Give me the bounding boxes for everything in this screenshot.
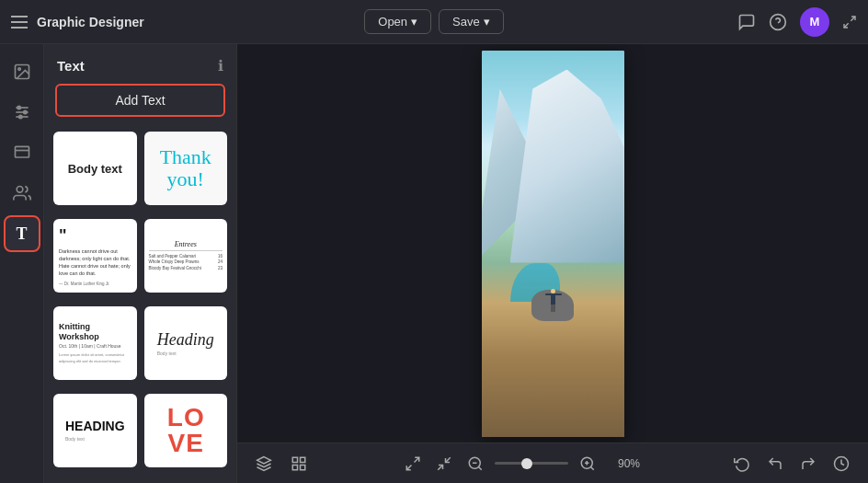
mountain-right: [510, 70, 624, 263]
template-quote[interactable]: " Darkness cannot drive out darkness; on…: [53, 219, 137, 293]
svg-line-2: [851, 17, 855, 21]
svg-line-28: [590, 466, 593, 469]
canvas-workspace[interactable]: [237, 44, 868, 443]
svg-rect-18: [301, 465, 305, 469]
save-chevron-icon: ▾: [484, 15, 490, 29]
adjustments-icon: [13, 103, 31, 121]
history-button[interactable]: [829, 452, 853, 476]
expand-icon: [842, 15, 857, 29]
svg-line-22: [438, 465, 442, 469]
chat-icon: [737, 13, 756, 31]
app-title: Graphic Designer: [37, 15, 144, 29]
undo-button[interactable]: [763, 452, 787, 476]
svg-point-9: [17, 106, 20, 109]
help-icon-button[interactable]: [769, 13, 787, 31]
zoom-out-icon: [467, 455, 484, 472]
mountains-layer: [482, 70, 624, 263]
svg-point-10: [23, 110, 26, 113]
zoom-out-button[interactable]: [463, 452, 487, 476]
quote-content: " Darkness cannot drive out darkness; on…: [53, 221, 137, 292]
panel-header: Text ℹ: [44, 44, 236, 84]
topbar-right: M: [504, 7, 857, 37]
text-panel: Text ℹ Add Text Body text Thankyou! " Da…: [44, 44, 237, 483]
layers-icon: [13, 144, 31, 162]
svg-point-14: [17, 187, 23, 193]
image-icon: [13, 63, 31, 81]
people-icon: [13, 184, 31, 202]
sidebar-item-text[interactable]: T: [4, 215, 40, 252]
reset-icon: [734, 455, 750, 472]
toolbar-center-group: 90%: [401, 452, 640, 476]
thank-you-label: Thankyou!: [160, 146, 211, 190]
open-chevron-icon: ▾: [411, 15, 417, 29]
template-thank-you[interactable]: Thankyou!: [144, 132, 228, 205]
heading-italic-content: Heading Body text: [152, 326, 220, 362]
zoom-label: 90%: [607, 457, 640, 470]
panel-title: Text: [57, 58, 85, 74]
zoom-in-button[interactable]: [576, 452, 600, 476]
layers-toggle-button[interactable]: [252, 452, 276, 476]
toolbar-right-group: [730, 452, 853, 476]
sidebar-item-people[interactable]: [4, 175, 40, 212]
save-label: Save: [452, 15, 480, 29]
menu-button[interactable]: [11, 16, 28, 29]
svg-line-21: [406, 465, 411, 469]
hamburger-icon: [11, 16, 28, 29]
template-heading-caps[interactable]: HEADING Body text: [53, 394, 137, 467]
undo-icon: [767, 455, 783, 472]
zoom-slider[interactable]: [495, 462, 568, 465]
entrees-content: Entrees Salt and Pepper Calamari16 Whole…: [144, 236, 228, 277]
grid-toggle-button[interactable]: [287, 452, 311, 476]
svg-rect-12: [15, 146, 29, 157]
open-button[interactable]: Open ▾: [364, 9, 431, 34]
topbar: Graphic Designer Open ▾ Save ▾ M: [0, 0, 868, 44]
layers-stack-icon: [256, 455, 272, 472]
template-body-text[interactable]: Body text: [53, 132, 137, 205]
knitting-content: KnittingWorkshop Oct. 10th | 10am | Craf…: [53, 316, 137, 370]
info-icon[interactable]: ℹ: [218, 57, 223, 75]
canvas-area: 90%: [237, 44, 868, 483]
template-knitting[interactable]: KnittingWorkshop Oct. 10th | 10am | Craf…: [53, 306, 137, 380]
person-body: [551, 293, 555, 305]
svg-marker-15: [257, 456, 271, 464]
shrink-button[interactable]: [432, 452, 456, 476]
template-entrees[interactable]: Entrees Salt and Pepper Calamari16 Whole…: [144, 219, 228, 293]
bottom-toolbar: 90%: [237, 443, 868, 483]
zoom-in-icon: [579, 455, 596, 472]
love-content: L O V E: [167, 405, 204, 456]
topbar-left: Graphic Designer: [11, 15, 364, 29]
person: [550, 289, 557, 309]
open-label: Open: [378, 15, 407, 29]
redo-button[interactable]: [796, 452, 820, 476]
save-button[interactable]: Save ▾: [439, 9, 504, 34]
fit-screen-button[interactable]: [401, 452, 425, 476]
grid-icon: [291, 455, 307, 472]
svg-rect-19: [292, 465, 297, 469]
expand-icon-button[interactable]: [842, 15, 857, 29]
avatar[interactable]: M: [800, 7, 829, 37]
sidebar-item-layers[interactable]: [4, 134, 40, 171]
body-text-label: Body text: [68, 162, 122, 176]
svg-point-11: [18, 115, 21, 118]
svg-rect-17: [301, 457, 305, 462]
history-icon: [833, 455, 850, 472]
chat-icon-button[interactable]: [737, 13, 756, 31]
sidebar-item-adjustments[interactable]: [4, 94, 40, 131]
svg-line-20: [415, 457, 419, 462]
svg-line-3: [844, 23, 849, 28]
svg-line-23: [446, 457, 451, 462]
sidebar-item-image[interactable]: [4, 53, 40, 90]
reset-button[interactable]: [730, 452, 754, 476]
text-icon: T: [16, 224, 27, 244]
help-icon: [769, 13, 787, 31]
redo-icon: [800, 455, 817, 472]
left-sidebar: T: [0, 44, 44, 483]
add-text-button[interactable]: Add Text: [55, 84, 225, 117]
heading-caps-content: HEADING Body text: [60, 414, 131, 447]
svg-point-5: [17, 68, 19, 71]
template-heading-italic[interactable]: Heading Body text: [144, 306, 228, 380]
svg-rect-16: [292, 457, 297, 462]
ground: [482, 302, 624, 437]
person-legs: [551, 305, 555, 312]
template-love[interactable]: L O V E: [144, 394, 228, 467]
